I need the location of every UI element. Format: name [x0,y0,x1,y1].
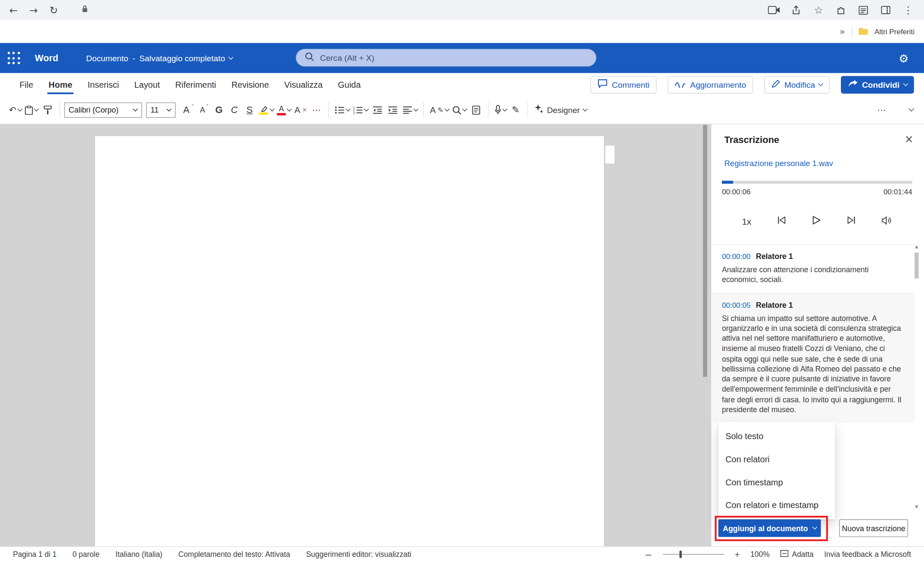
status-word-count[interactable]: 0 parole [72,550,99,559]
menu-item-con-timestamp[interactable]: Con timestamp [718,470,835,494]
zoom-out-button[interactable]: − [645,549,652,560]
new-transcription-button[interactable]: Nuova trascrizione [839,519,908,537]
lock-icon[interactable] [81,5,89,15]
designer-button[interactable]: Designer [532,101,588,119]
pane-scrollbar[interactable]: ▲ ▼ [913,244,920,509]
close-icon[interactable]: × [904,133,913,145]
tab-layout[interactable]: Layout [127,73,168,96]
editor-pen-button[interactable]: ✎ [508,101,523,119]
chevron-down-icon [583,106,587,111]
bullet-list-button[interactable] [333,101,351,119]
scroll-up-arrow-icon[interactable]: ▲ [913,244,920,249]
tab-guida[interactable]: Guida [330,73,368,96]
search-box[interactable] [296,49,597,66]
volume-icon[interactable] [882,216,893,227]
application-window: ← → ↻ ☆ ⋮ [0,0,924,562]
increase-indent-button[interactable] [386,101,401,119]
undo-button[interactable]: ↶ [7,101,23,119]
search-input[interactable] [320,53,588,62]
browser-menu-kebab-icon[interactable]: ⋮ [900,3,916,18]
status-language[interactable]: Italiano (Italia) [116,550,163,559]
tab-home[interactable]: Home [41,73,80,96]
document-scrollbar[interactable] [703,125,707,377]
grow-font-button[interactable]: Aˇ [181,101,196,119]
collapse-ribbon-chevron-icon[interactable] [909,106,915,112]
entry-timestamp[interactable]: 00:00:00 [722,253,751,261]
zoom-level[interactable]: 100% [751,550,770,559]
tab-inserisci[interactable]: Inserisci [80,73,127,96]
bookmark-star-icon[interactable]: ☆ [811,3,826,18]
scroll-down-arrow-icon[interactable]: ▼ [913,505,920,509]
app-name[interactable]: Word [35,53,58,63]
bold-button[interactable]: G [211,101,227,119]
zoom-slider-thumb[interactable] [679,551,682,559]
document-page[interactable] [94,135,604,546]
back-icon[interactable]: ← [6,3,21,18]
folder-icon[interactable] [858,26,868,37]
styles-button[interactable]: A ✎ [428,101,450,119]
find-button[interactable] [450,101,468,119]
font-name-select[interactable]: Calibri (Corpo) [64,102,142,118]
play-button[interactable] [812,215,821,227]
app-launcher-grid-icon[interactable] [0,43,27,73]
clear-formatting-button[interactable]: A⨯ [293,101,309,119]
alignment-button[interactable] [401,101,419,119]
skip-back-button[interactable] [777,216,786,227]
decrease-indent-button[interactable] [370,101,386,119]
extensions-puzzle-icon[interactable] [833,3,849,18]
catch-up-button[interactable]: Aggiornamento [668,76,753,93]
status-page-count[interactable]: Pagina 1 di 1 [13,550,57,559]
entry-timestamp[interactable]: 00:00:05 [722,301,751,309]
side-panel-icon[interactable] [878,3,894,18]
tab-file[interactable]: File [12,73,41,96]
audio-file-link[interactable]: Registrazione personale 1.wav [724,159,833,168]
menu-item-con-relatori-e-timestamp[interactable]: Con relatori e timestamp [718,494,835,517]
fit-to-page-button[interactable]: Adatta [780,550,813,559]
more-font-options-button[interactable]: ⋯ [309,101,324,119]
menu-item-con-relatori[interactable]: Con relatori [718,447,835,470]
more-toolbar-options-button[interactable]: ⋯ [874,101,889,119]
editing-mode-label: Modifica [784,80,815,89]
camera-icon[interactable] [766,3,781,18]
playback-rate-button[interactable]: 1x [742,217,751,226]
comments-button[interactable]: Commenti [591,76,657,93]
address-bar[interactable] [66,5,761,15]
forward-icon[interactable]: → [26,3,42,18]
shrink-font-button[interactable]: Ǎ [196,101,212,119]
chevron-down-icon [287,106,292,111]
reload-icon[interactable]: ↻ [46,3,61,18]
scrollbar-thumb[interactable] [915,253,919,279]
zoom-slider[interactable] [663,550,724,559]
editing-mode-button[interactable]: Modifica [764,76,829,93]
audio-progress-bar[interactable] [722,181,912,184]
bookmarks-overflow-chevron[interactable]: » [840,26,845,37]
font-color-button[interactable]: A [275,101,293,119]
share-icon[interactable] [789,3,804,18]
ribbon-tab-bar: File Home Inserisci Layout Riferimenti R… [0,73,924,96]
menu-item-solo-testo[interactable]: Solo testo [718,425,835,448]
tab-revisione[interactable]: Revisione [224,73,276,96]
tab-list-icon[interactable] [855,3,871,18]
zoom-in-button[interactable]: + [735,550,740,559]
document-title[interactable]: Documento - Salvataggio completato [86,53,233,62]
dictate-button[interactable] [492,101,508,119]
italic-button[interactable]: C [227,101,242,119]
numbered-list-button[interactable]: 123 [352,101,370,119]
search-document-button[interactable] [468,101,484,119]
share-document-button[interactable]: Condividi [841,76,914,93]
skip-forward-button[interactable] [847,216,856,227]
status-editor-suggestions[interactable]: Suggerimenti editor: visualizzati [306,550,411,559]
favorites-folder-label[interactable]: Altri Preferiti [874,27,915,36]
tab-visualizza[interactable]: Visualizza [277,73,330,96]
settings-gear-icon[interactable]: ⚙ [899,51,909,64]
underline-button[interactable]: S [242,101,257,119]
tab-riferimenti[interactable]: Riferimenti [167,73,224,96]
text-highlight-button[interactable] [257,101,275,119]
paste-button[interactable] [23,101,40,119]
format-painter-button[interactable] [40,101,55,119]
feedback-link[interactable]: Invia feedback a Microsoft [824,550,911,559]
add-to-document-button[interactable]: Aggiungi al documento [718,519,821,537]
pen-icon [771,79,780,90]
font-size-select[interactable]: 11 [146,102,176,118]
status-text-completion[interactable]: Completamento del testo: Attivata [178,550,290,559]
